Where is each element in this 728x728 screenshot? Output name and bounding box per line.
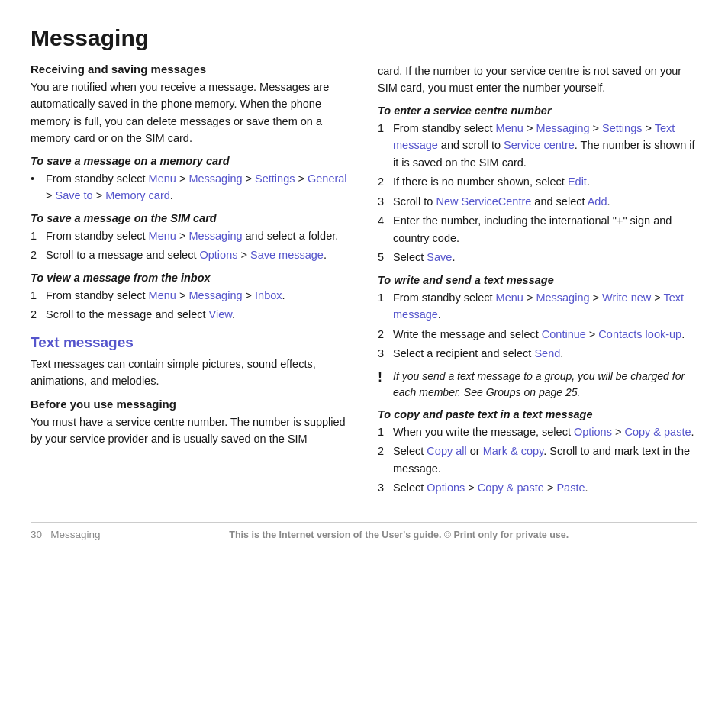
enter-service-section: To enter a service centre number 1 From …: [378, 105, 697, 266]
step-num: 3: [378, 479, 388, 496]
enter-service-step3: 3 Scroll to New ServiceCentre and select…: [378, 193, 697, 210]
copypaste-link-1[interactable]: Copy & paste: [624, 426, 691, 438]
enter-service-step2: 2 If there is no number shown, select Ed…: [378, 173, 697, 190]
step-num: 2: [31, 306, 41, 323]
inbox-link[interactable]: Inbox: [255, 289, 282, 301]
write-send-heading: To write and send a text message: [378, 274, 697, 286]
before-messaging-heading: Before you use messaging: [31, 398, 350, 411]
text-messages-heading: Text messages: [31, 334, 350, 351]
step-num: 5: [378, 249, 388, 266]
step-num: 2: [378, 326, 388, 343]
step-num: 4: [378, 212, 388, 246]
continue-link[interactable]: Continue: [542, 328, 586, 340]
receiving-saving-section: Receiving and saving messages You are no…: [31, 63, 350, 147]
settings-link-r1[interactable]: Settings: [602, 122, 642, 134]
copy-paste-heading: To copy and paste text in a text message: [378, 408, 697, 420]
view-inbox-section: To view a message from the inbox 1 From …: [31, 272, 350, 324]
enter-service-step2-text: If there is no number shown, select Edit…: [393, 173, 590, 190]
messaging-link-1[interactable]: Messaging: [188, 172, 242, 185]
save-sim-heading: To save a message on the SIM card: [31, 212, 350, 224]
copy-paste-step1: 1 When you write the message, select Opt…: [378, 424, 697, 440]
options-link-r2[interactable]: Options: [427, 482, 465, 494]
markcopy-link[interactable]: Mark & copy: [483, 445, 544, 457]
memorycard-link[interactable]: Memory card: [105, 189, 170, 201]
save-memory-section: To save a message on a memory card • Fro…: [31, 155, 350, 205]
copyall-link[interactable]: Copy all: [427, 445, 466, 457]
messaging-link-2[interactable]: Messaging: [188, 230, 242, 242]
view-inbox-step1: 1 From standby select Menu > Messaging >…: [31, 287, 350, 304]
text-messages-body: Text messages can contain simple picture…: [31, 356, 350, 390]
enter-service-heading: To enter a service centre number: [378, 105, 697, 117]
copy-paste-step3: 3 Select Options > Copy & paste > Paste.: [378, 479, 697, 496]
footer-page: 30 Messaging: [31, 529, 101, 540]
saveto-link[interactable]: Save to: [56, 189, 93, 201]
footer: 30 Messaging This is the Internet versio…: [31, 522, 697, 540]
enter-service-step4: 4 Enter the number, including the intern…: [378, 212, 697, 246]
enter-service-step4-text: Enter the number, including the internat…: [393, 212, 697, 246]
add-link[interactable]: Add: [588, 195, 607, 208]
messaging-link-3[interactable]: Messaging: [188, 289, 242, 301]
copy-paste-step3-text: Select Options > Copy & paste > Paste.: [393, 479, 588, 496]
menu-link-r2[interactable]: Menu: [496, 292, 523, 304]
general-link[interactable]: General: [308, 172, 347, 185]
menu-link-1[interactable]: Menu: [149, 172, 176, 185]
write-send-section: To write and send a text message 1 From …: [378, 274, 697, 401]
messaging-link-r2[interactable]: Messaging: [536, 292, 589, 304]
bullet-symbol: •: [31, 170, 41, 205]
save-memory-bullet-item: • From standby select Menu > Messaging >…: [31, 170, 350, 205]
messaging-link-r1[interactable]: Messaging: [536, 122, 589, 134]
page-title: Messaging: [31, 24, 697, 52]
settings-link-1[interactable]: Settings: [255, 172, 295, 185]
copypaste-link-2[interactable]: Copy & paste: [478, 482, 544, 494]
receiving-saving-body: You are notified when you receive a mess…: [31, 79, 350, 147]
copy-paste-section: To copy and paste text in a text message…: [378, 408, 697, 497]
write-send-step2: 2 Write the message and select Continue …: [378, 326, 697, 343]
save-memory-text: From standby select Menu > Messaging > S…: [46, 170, 347, 205]
step-num: 1: [31, 287, 41, 304]
left-column: Receiving and saving messages You are no…: [31, 63, 350, 504]
view-link[interactable]: View: [209, 308, 232, 321]
edit-link[interactable]: Edit: [568, 176, 587, 188]
enter-service-step1: 1 From standby select Menu > Messaging >…: [378, 120, 697, 171]
contactslookup-link[interactable]: Contacts look-up: [598, 328, 681, 340]
view-inbox-step1-text: From standby select Menu > Messaging > I…: [46, 287, 285, 304]
save-sim-step1-text: From standby select Menu > Messaging and…: [46, 227, 338, 244]
savemessage-link[interactable]: Save message: [250, 249, 324, 261]
view-inbox-heading: To view a message from the inbox: [31, 272, 350, 284]
save-sim-step1: 1 From standby select Menu > Messaging a…: [31, 227, 350, 244]
writenew-link[interactable]: Write new: [602, 292, 651, 304]
menu-link-r1[interactable]: Menu: [496, 122, 523, 134]
save-link[interactable]: Save: [427, 251, 452, 263]
write-send-step2-text: Write the message and select Continue > …: [393, 326, 685, 343]
save-sim-step2-text: Scroll to a message and select Options >…: [46, 246, 327, 263]
write-send-step3: 3 Select a recipient and select Send.: [378, 345, 697, 362]
note-text: If you send a text message to a group, y…: [393, 369, 697, 401]
save-sim-step2: 2 Scroll to a message and select Options…: [31, 246, 350, 263]
menu-link-2[interactable]: Menu: [149, 230, 176, 242]
step-num: 1: [378, 120, 388, 171]
menu-link-3[interactable]: Menu: [149, 289, 176, 301]
options-link-r1[interactable]: Options: [574, 426, 612, 438]
options-link-1[interactable]: Options: [200, 249, 238, 261]
view-inbox-step2: 2 Scroll to the message and select View.: [31, 306, 350, 323]
enter-service-step5: 5 Select Save.: [378, 249, 697, 266]
save-memory-heading: To save a message on a memory card: [31, 155, 350, 167]
servicecentre-link[interactable]: Service centre: [504, 139, 575, 151]
step-num: 1: [378, 289, 388, 324]
step-num: 2: [31, 246, 41, 263]
write-send-step1-text: From standby select Menu > Messaging > W…: [393, 289, 697, 324]
note-symbol: !: [378, 367, 388, 401]
send-link[interactable]: Send: [534, 347, 560, 359]
note-row: ! If you send a text message to a group,…: [378, 369, 697, 401]
save-sim-section: To save a message on the SIM card 1 From…: [31, 212, 350, 264]
step-num: 2: [378, 443, 388, 477]
copy-paste-step2-text: Select Copy all or Mark & copy. Scroll t…: [393, 443, 697, 477]
receiving-saving-heading: Receiving and saving messages: [31, 63, 350, 76]
enter-service-step1-text: From standby select Menu > Messaging > S…: [393, 120, 697, 171]
copy-paste-step2: 2 Select Copy all or Mark & copy. Scroll…: [378, 443, 697, 477]
step-num: 1: [378, 424, 388, 440]
enter-service-step3-text: Scroll to New ServiceCentre and select A…: [393, 193, 610, 210]
paste-link[interactable]: Paste: [556, 482, 585, 494]
copy-paste-step1-text: When you write the message, select Optio…: [393, 424, 694, 440]
newservicecentre-link[interactable]: New ServiceCentre: [436, 195, 531, 208]
